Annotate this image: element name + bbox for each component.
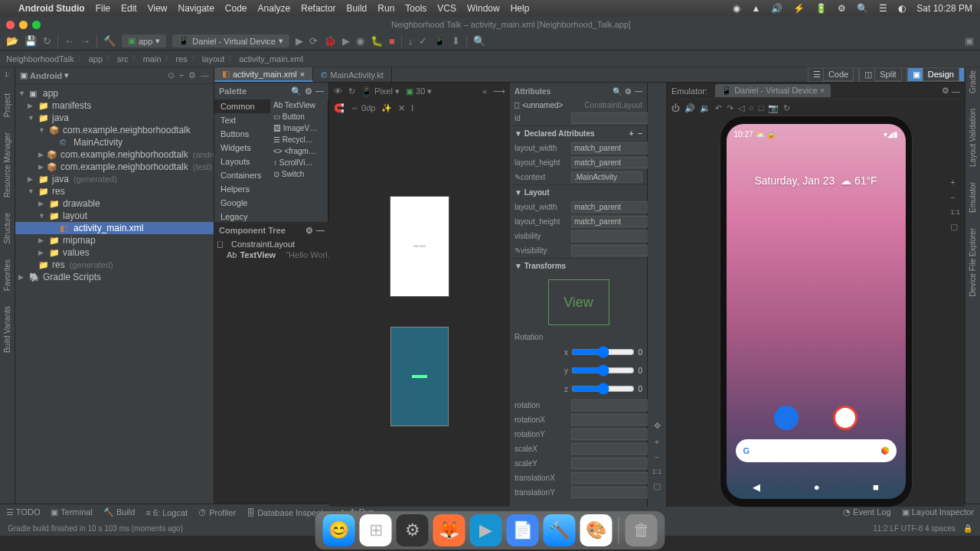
emu-zoom-rect[interactable]: ▢ [950, 222, 960, 232]
collapse-icon[interactable]: ▣ [965, 35, 974, 47]
stop-button[interactable]: ■ [389, 35, 395, 47]
palette-cat-text[interactable]: Text [214, 113, 270, 127]
project-divide-icon[interactable]: ÷ [179, 70, 184, 80]
palette-cat-containers[interactable]: Containers [214, 168, 270, 182]
widget-switch[interactable]: ⊙ Switch [270, 168, 328, 180]
aux-icon[interactable]: ▲ [751, 3, 760, 14]
siri-icon[interactable]: ◐ [898, 3, 906, 14]
dock-settings[interactable]: ⚙ [397, 514, 429, 546]
emu-zoom-out[interactable]: − [950, 193, 960, 202]
guideline-icon[interactable]: Ⅰ [411, 103, 413, 113]
crumb-main[interactable]: main [143, 54, 162, 64]
dock-finder[interactable]: 😊 [323, 514, 355, 546]
tab-logcat[interactable]: ≡ 6: Logcat [145, 508, 188, 517]
emu-app-messages[interactable] [774, 406, 799, 430]
search-icon[interactable]: 🔍 [857, 3, 868, 14]
widget-button[interactable]: ▭ Button [270, 111, 328, 122]
palette-cat-buttons[interactable]: Buttons [214, 127, 270, 141]
api-picker[interactable]: ▣ 30 ▾ [406, 86, 432, 96]
tab-build[interactable]: 🔨 Build [103, 507, 136, 517]
tree-layout[interactable]: ▼📁layout [15, 210, 214, 222]
crumb-layout[interactable]: layout [202, 54, 224, 64]
sdk-icon[interactable]: ⬇ [452, 35, 460, 47]
tab-layout-inspector[interactable]: ▣ Layout Inspector [902, 507, 974, 517]
palette-cat-helpers[interactable]: Helpers [214, 182, 270, 196]
menu-window[interactable]: Window [467, 3, 500, 14]
section-declared[interactable]: ▼ Declared Attributes+ − [510, 126, 647, 141]
tree-mipmap[interactable]: ▶📁mipmap [15, 234, 214, 246]
emu-search-bar[interactable]: G [736, 439, 897, 462]
emu-nav-overview[interactable]: ■ [873, 481, 879, 493]
run-config-device[interactable]: 📱Daniel - Virtual Device▾ [172, 34, 289, 47]
tree-pkg-main[interactable]: ▼📦com.example.neighborhoodtalk [15, 124, 214, 136]
menu-file[interactable]: File [96, 3, 110, 14]
emu-nav-home[interactable]: ● [814, 481, 820, 493]
tab-device-file-explorer[interactable]: Device File Explorer [969, 228, 977, 296]
emu-back-icon[interactable]: ◁ [738, 103, 744, 113]
search-everywhere-icon[interactable]: 🔍 [473, 35, 485, 47]
emu-screenshot-icon[interactable]: 📷 [768, 103, 779, 113]
widget-scrollview[interactable]: ↕ ScrollVi… [270, 157, 328, 168]
tree-res[interactable]: ▼📁res [15, 185, 214, 197]
zoom-in-icon[interactable]: + [655, 437, 659, 446]
mode-design[interactable]: ▣ Design [907, 67, 965, 82]
zoom-out-icon[interactable]: − [655, 452, 659, 461]
tree-java[interactable]: ▼📁java [15, 112, 214, 124]
palette-cat-widgets[interactable]: Widgets [214, 141, 270, 155]
tab-gradle[interactable]: Gradle [969, 70, 977, 93]
coverage-icon[interactable]: ▶ [342, 35, 350, 47]
window-close-button[interactable] [6, 21, 15, 29]
debug-button[interactable]: 🐞 [324, 35, 336, 47]
sync-icon[interactable]: ↻ [43, 35, 51, 47]
comptree-gear-icon[interactable]: ⚙ [305, 226, 313, 236]
widget-fragment[interactable]: <> <fragm… [270, 145, 328, 157]
menu-build[interactable]: Build [347, 3, 368, 14]
wand-icon[interactable]: ✨ [381, 103, 392, 113]
emu-overview-icon[interactable]: □ [759, 103, 764, 113]
window-minimize-button[interactable] [19, 21, 28, 29]
tree-values[interactable]: ▶📁values [15, 246, 214, 259]
tab-structure[interactable]: Structure [3, 213, 11, 244]
menu-tools[interactable]: Tools [405, 3, 426, 14]
design-preview[interactable]: Hello World [390, 197, 449, 296]
palette-gear-icon[interactable]: ⚙ [305, 86, 312, 96]
widget-textview[interactable]: Ab TextView [270, 99, 328, 111]
dock-xcode[interactable]: 🔨 [544, 514, 576, 546]
widget-recycler[interactable]: ☰ Recycl… [270, 134, 328, 145]
volume-icon[interactable]: 🔊 [771, 3, 782, 14]
dock-quicktime[interactable]: ▶ [470, 514, 502, 546]
emu-rotate-right-icon[interactable]: ↷ [727, 103, 733, 113]
menu-refactor[interactable]: Refactor [301, 3, 335, 14]
vcs-update-icon[interactable]: ↓ [408, 35, 413, 47]
tab-favorites[interactable]: Favorites [3, 259, 11, 291]
dock-trash[interactable]: 🗑 [626, 514, 658, 546]
device-picker[interactable]: 📱 Pixel ▾ [361, 86, 400, 96]
section-layout[interactable]: ▼ Layout [510, 184, 647, 200]
emu-app-chrome[interactable] [833, 406, 858, 430]
eye-icon[interactable]: 👁 [334, 86, 342, 96]
menu-navigate[interactable]: Navigate [178, 3, 214, 14]
blueprint-preview[interactable] [390, 327, 449, 426]
emu-zoom-fit[interactable]: 1:1 [950, 208, 960, 216]
hammer-icon[interactable]: 🔨 [103, 35, 116, 47]
tree-manifests[interactable]: ▶📁manifests [15, 99, 214, 112]
attr-gear-icon[interactable]: ⚙ [625, 87, 632, 96]
tab-project[interactable]: Project [3, 93, 11, 117]
menu-run[interactable]: Run [377, 3, 394, 14]
project-view-selector[interactable]: Android [30, 71, 62, 80]
wifi-icon[interactable]: ⚙ [838, 3, 846, 14]
close-tab-icon[interactable]: × [300, 70, 305, 79]
palette-cat-layouts[interactable]: Layouts [214, 155, 270, 168]
menubar-clock[interactable]: Sat 10:28 PM [916, 3, 972, 14]
dock-app2[interactable]: 🎨 [580, 514, 612, 546]
attr-search-icon[interactable]: 🔍 [612, 87, 622, 96]
crumb-app[interactable]: app [89, 54, 103, 64]
assistant-icon[interactable] [881, 447, 889, 455]
tree-pkg-androidtest[interactable]: ▶📦com.example.neighborhoodtalk(androidTe… [15, 148, 214, 161]
orientation-icon[interactable]: ↻ [348, 86, 355, 96]
crumb-src[interactable]: src [117, 54, 129, 64]
dock-launchpad[interactable]: ⊞ [360, 514, 392, 546]
emu-home-icon[interactable]: ○ [749, 103, 754, 113]
vcs-commit-icon[interactable]: ✓ [419, 35, 427, 47]
slider-z[interactable] [571, 381, 635, 396]
